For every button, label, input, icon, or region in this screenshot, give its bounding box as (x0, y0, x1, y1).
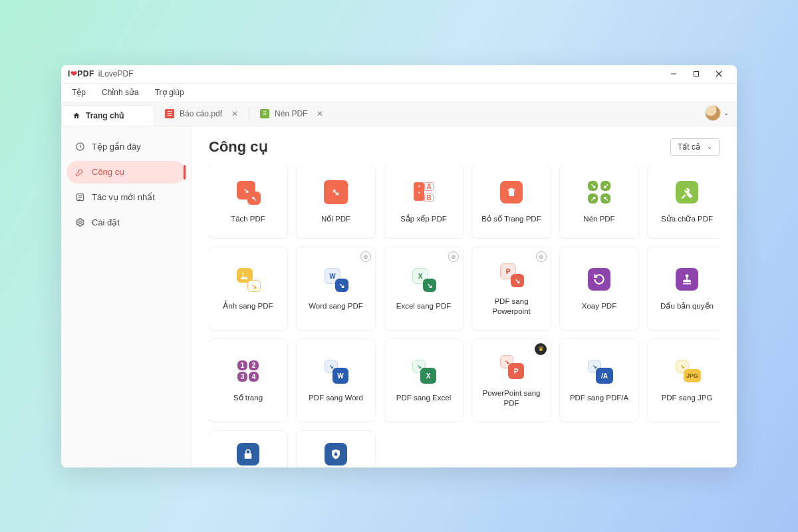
page-title: Công cụ (209, 138, 268, 156)
sidebar-item-recent[interactable]: Tệp gần đây (66, 136, 186, 158)
chevron-down-icon: ⌄ (724, 109, 729, 116)
menubar: Tệp Chỉnh sửa Trợ giúp (61, 84, 737, 102)
tool-split-pdf[interactable]: ↘↖ Tách PDF (209, 165, 287, 238)
tool-unlock-pdf[interactable] (297, 431, 375, 467)
tool-pdf-to-jpg[interactable]: ↘JPG PDF sang JPG (648, 339, 720, 422)
trash-icon (497, 178, 525, 206)
tool-word-to-pdf[interactable]: ⊕ W↘ Word sang PDF (297, 247, 375, 330)
tool-label: Sắp xếp PDF (396, 214, 451, 223)
tool-label: Bỏ số Trang PDF (477, 214, 545, 223)
app-logo: I❤PDF (68, 69, 94, 78)
sidebar-item-tools[interactable]: Công cụ (66, 161, 186, 184)
excel-icon: X↘ (410, 265, 438, 293)
sidebar-item-label: Tệp gần đây (92, 142, 141, 152)
sidebar-item-label: Tác vụ mới nhất (92, 192, 155, 202)
tools-grid: ↘↖ Tách PDF ⤡ Nối PDF ˄˅ A B Sắp xếp PDF (209, 165, 720, 467)
tool-label: Word sang PDF (305, 301, 367, 311)
lock-icon (234, 440, 262, 467)
tool-label: PDF sang Word (305, 393, 367, 402)
tool-label: Excel sang PDF (392, 301, 455, 311)
wrench-icon (74, 167, 85, 178)
tab-close-button[interactable]: ✕ (317, 109, 323, 118)
rotate-icon (585, 265, 613, 293)
compress-icon: ↘↙↗↖ (585, 178, 613, 206)
tool-label: PDF sang PDF/A (566, 393, 632, 402)
tool-pdf-to-powerpoint[interactable]: ⊕ P↘ PDF sang Powerpoint (472, 247, 551, 330)
tool-label: Dấu bản quyền (656, 301, 718, 311)
svg-point-6 (78, 221, 81, 224)
menu-help[interactable]: Trợ giúp (155, 88, 184, 97)
word-icon: ↘W (322, 357, 350, 385)
organize-icon: ˄˅ A B (410, 178, 438, 206)
sidebar-item-label: Công cụ (92, 167, 124, 177)
tool-organize-pdf[interactable]: ˄˅ A B Sắp xếp PDF (384, 165, 463, 238)
tab-document-2-label: Nén PDF (275, 109, 307, 118)
menu-file[interactable]: Tệp (72, 88, 86, 97)
app-window: I❤PDF iLovePDF Tệp Chỉnh sửa Trợ giúp Tr… (61, 65, 737, 467)
tab-home[interactable]: Trang chủ (61, 105, 154, 126)
image-icon: ↘ (234, 265, 262, 293)
avatar (705, 105, 721, 121)
powerpoint-icon: P↘ (497, 261, 525, 289)
main-panel: Công cụ Tất cả ⌄ ↘↖ Tách PDF ⤡ Nối PDF (192, 126, 737, 467)
shield-icon (322, 440, 350, 467)
pdfa-icon: ↘/A (585, 357, 613, 385)
clock-icon (74, 142, 85, 152)
sidebar-item-label: Cài đặt (92, 217, 120, 227)
tool-powerpoint-to-pdf[interactable]: ♛ ↘P PowerPoint sang PDF (472, 339, 551, 422)
app-name: iLovePDF (98, 69, 134, 78)
tool-label: Xoay PDF (578, 301, 620, 311)
svg-rect-1 (694, 72, 699, 76)
main-header: Công cụ Tất cả ⌄ (209, 138, 720, 156)
tool-merge-pdf[interactable]: ⤡ Nối PDF (297, 165, 375, 238)
pages-icon: 12 34 (234, 357, 262, 385)
filter-label: Tất cả (678, 142, 700, 152)
tool-pdf-to-pdfa[interactable]: ↘/A PDF sang PDF/A (560, 339, 638, 422)
merge-icon: ⤡ (322, 178, 350, 206)
window-minimize-button[interactable] (662, 65, 685, 84)
excel-icon: ↘X (410, 357, 438, 385)
menu-edit[interactable]: Chỉnh sửa (102, 88, 139, 97)
tool-label: Nén PDF (579, 214, 618, 223)
tool-label: PowerPoint sang PDF (472, 388, 551, 408)
globe-icon: ⊕ (448, 251, 459, 262)
stamp-icon (673, 265, 701, 293)
tool-protect-pdf[interactable] (209, 431, 287, 467)
tab-home-label: Trang chủ (86, 111, 124, 120)
tool-pdf-to-excel[interactable]: ↘X PDF sang Excel (384, 339, 463, 422)
tab-document-2[interactable]: ⠿ Nén PDF ✕ (249, 102, 334, 126)
tool-excel-to-pdf[interactable]: ⊕ X↘ Excel sang PDF (384, 247, 463, 330)
tool-pdf-to-word[interactable]: ↘W PDF sang Word (297, 339, 375, 422)
powerpoint-icon: ↘P (497, 352, 525, 380)
svg-point-7 (242, 273, 243, 275)
split-icon: ↘↖ (234, 178, 262, 206)
list-icon (74, 192, 85, 203)
filter-dropdown[interactable]: Tất cả ⌄ (670, 138, 720, 156)
tool-rotate-pdf[interactable]: Xoay PDF (560, 247, 638, 330)
jpg-icon: ↘JPG (673, 357, 701, 385)
chevron-down-icon: ⌄ (707, 143, 712, 150)
tool-label: Sửa chữa PDF (657, 214, 717, 223)
tab-close-button[interactable]: ✕ (231, 109, 238, 118)
account-menu[interactable]: ⌄ (705, 105, 729, 121)
tab-document-1[interactable]: ☰ Báo cáo.pdf ✕ (154, 102, 249, 126)
tool-page-numbers[interactable]: 12 34 Số trang (209, 339, 287, 422)
tool-label: Tách PDF (227, 214, 269, 223)
tool-repair-pdf[interactable]: Sửa chữa PDF (648, 165, 720, 238)
tool-compress-pdf[interactable]: ↘↙↗↖ Nén PDF (560, 165, 638, 238)
word-icon: W↘ (322, 265, 350, 293)
tool-watermark[interactable]: Dấu bản quyền (648, 247, 720, 330)
titlebar: I❤PDF iLovePDF (61, 65, 737, 84)
tool-image-to-pdf[interactable]: ↘ Ảnh sang PDF (209, 247, 287, 330)
compress-file-icon: ⠿ (260, 109, 269, 118)
tool-label: PDF sang JPG (658, 393, 717, 402)
pdf-file-icon: ☰ (165, 109, 174, 118)
window-maximize-button[interactable] (685, 65, 708, 84)
gear-icon (74, 217, 85, 228)
sidebar: Tệp gần đây Công cụ Tác vụ mới nhất Cài … (61, 126, 192, 467)
sidebar-item-settings[interactable]: Cài đặt (66, 211, 186, 234)
tool-remove-pages[interactable]: Bỏ số Trang PDF (472, 165, 551, 238)
window-close-button[interactable] (708, 65, 730, 84)
sidebar-item-tasks[interactable]: Tác vụ mới nhất (66, 186, 186, 209)
crown-icon: ♛ (535, 343, 547, 355)
